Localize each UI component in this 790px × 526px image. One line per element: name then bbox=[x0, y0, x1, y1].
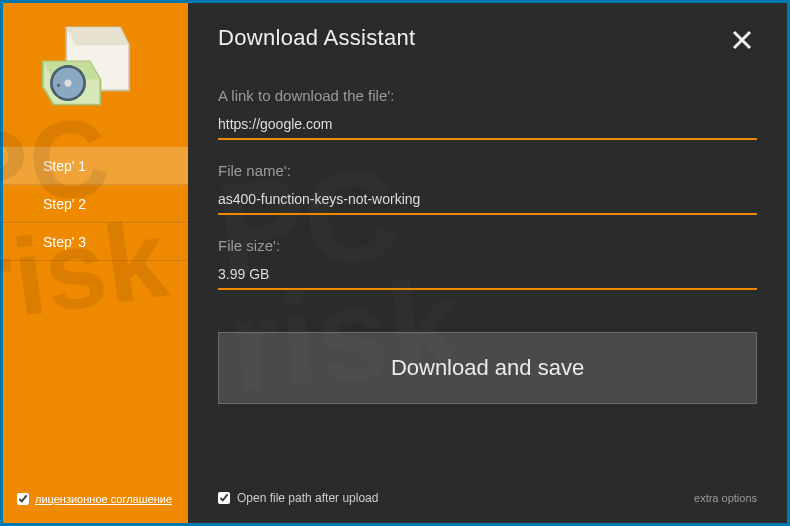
main-panel: PCrisk Download Assistant A link to down… bbox=[188, 3, 787, 523]
close-button[interactable] bbox=[727, 25, 757, 59]
title-row: Download Assistant bbox=[218, 25, 757, 59]
step-3[interactable]: Step' 3 bbox=[3, 223, 188, 261]
license-link[interactable]: лицензионное соглашение bbox=[35, 493, 172, 505]
form: A link to download the file': File name'… bbox=[218, 87, 757, 404]
footer: Open file path after upload extra option… bbox=[218, 491, 757, 505]
step-1[interactable]: Step' 1 bbox=[3, 147, 188, 185]
link-label: A link to download the file': bbox=[218, 87, 757, 104]
field-size: File size': bbox=[218, 237, 757, 290]
svg-point-6 bbox=[64, 80, 71, 87]
field-link: A link to download the file': bbox=[218, 87, 757, 140]
page-title: Download Assistant bbox=[218, 25, 415, 51]
step-label: Step' 3 bbox=[43, 234, 86, 250]
open-path-row[interactable]: Open file path after upload bbox=[218, 491, 378, 505]
size-input[interactable] bbox=[218, 262, 757, 290]
sidebar: PCrisk Step' 1 Step' 2 Step' 3 лицензион… bbox=[3, 3, 188, 523]
app-window: PCrisk Step' 1 Step' 2 Step' 3 лицензион… bbox=[0, 0, 790, 526]
svg-marker-1 bbox=[66, 27, 129, 45]
installer-icon bbox=[3, 3, 188, 111]
open-path-checkbox[interactable] bbox=[218, 492, 230, 504]
svg-rect-7 bbox=[57, 84, 60, 87]
download-button[interactable]: Download and save bbox=[218, 332, 757, 404]
license-checkbox[interactable] bbox=[17, 493, 29, 505]
step-2[interactable]: Step' 2 bbox=[3, 185, 188, 223]
step-label: Step' 2 bbox=[43, 196, 86, 212]
name-label: File name': bbox=[218, 162, 757, 179]
open-path-label: Open file path after upload bbox=[237, 491, 378, 505]
steps-list: Step' 1 Step' 2 Step' 3 bbox=[3, 147, 188, 261]
extra-options-link[interactable]: extra options bbox=[694, 492, 757, 504]
field-name: File name': bbox=[218, 162, 757, 215]
close-icon bbox=[731, 29, 753, 51]
name-input[interactable] bbox=[218, 187, 757, 215]
size-label: File size': bbox=[218, 237, 757, 254]
license-row: лицензионное соглашение bbox=[17, 493, 172, 505]
step-label: Step' 1 bbox=[43, 158, 86, 174]
link-input[interactable] bbox=[218, 112, 757, 140]
